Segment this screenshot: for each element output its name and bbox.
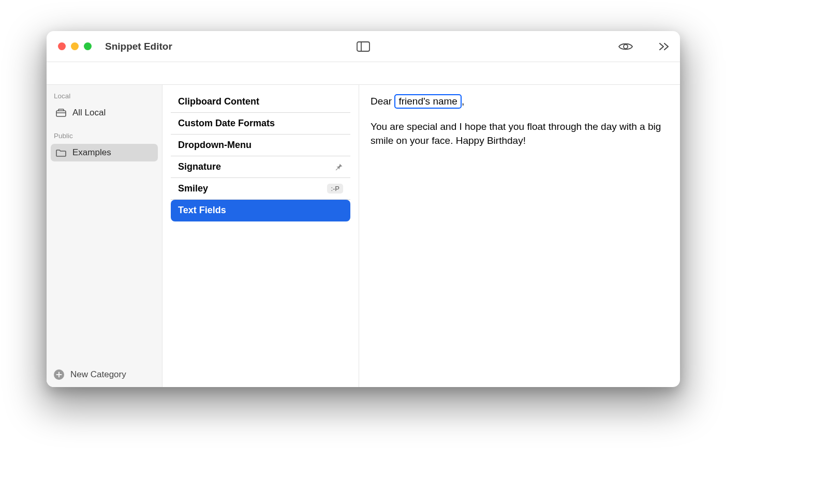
snippet-title: Dropdown-Menu xyxy=(178,140,252,151)
minimize-window-button[interactable] xyxy=(71,42,79,50)
plus-circle-icon xyxy=(54,369,64,380)
sidebar-item-examples[interactable]: Examples xyxy=(51,144,158,161)
snippet-row[interactable]: Custom Date Formats xyxy=(171,113,350,135)
folder-icon xyxy=(56,149,66,157)
zoom-window-button[interactable] xyxy=(84,42,92,50)
sidebar-group-label-local: Local xyxy=(47,90,162,103)
svg-rect-0 xyxy=(357,42,369,51)
content-line-1: Dear friend's name, xyxy=(371,94,669,109)
app-window: Snippet Editor xyxy=(47,31,680,387)
pin-icon xyxy=(335,163,343,171)
snippet-title: Signature xyxy=(178,161,221,172)
close-window-button[interactable] xyxy=(58,42,66,50)
snippet-row[interactable]: Signature xyxy=(171,156,350,178)
overflow-chevrons-icon[interactable] xyxy=(658,42,671,51)
snippet-list: Clipboard Content Custom Date Formats Dr… xyxy=(162,85,359,387)
window-title: Snippet Editor xyxy=(105,41,172,52)
placeholder-token[interactable]: friend's name xyxy=(394,94,461,109)
sidebar-item-label: All Local xyxy=(72,108,106,118)
sidebar-group-label-public: Public xyxy=(47,130,162,143)
new-category-button[interactable]: New Category xyxy=(47,364,162,387)
snippet-title: Smiley xyxy=(178,183,208,194)
svg-rect-3 xyxy=(56,111,66,116)
sidebar-item-all-local[interactable]: All Local xyxy=(51,104,158,122)
traffic-lights xyxy=(58,42,92,50)
new-category-label: New Category xyxy=(70,369,126,380)
snippet-row[interactable]: Text Fields xyxy=(171,200,350,221)
snippet-row[interactable]: Smiley :-P xyxy=(171,178,350,200)
content-paragraph: You are special and I hope that you floa… xyxy=(371,120,669,147)
svg-point-2 xyxy=(624,45,628,49)
snippet-title: Clipboard Content xyxy=(178,96,259,107)
snippet-row[interactable]: Dropdown-Menu xyxy=(171,135,350,156)
content-text: Dear xyxy=(371,96,394,107)
sidebar-item-label: Examples xyxy=(72,147,111,158)
tray-icon xyxy=(56,109,66,117)
content-text: , xyxy=(462,96,464,107)
preview-eye-icon[interactable] xyxy=(618,41,633,52)
titlebar: Snippet Editor xyxy=(47,31,680,62)
snippet-row[interactable]: Clipboard Content xyxy=(171,91,350,113)
sidebar: Local All Local Public E xyxy=(47,85,162,387)
toolbar-secondary xyxy=(47,62,680,85)
snippet-shortcut-badge: :-P xyxy=(327,184,343,194)
snippet-title: Text Fields xyxy=(178,205,226,216)
toggle-sidebar-icon[interactable] xyxy=(357,41,370,52)
snippet-content[interactable]: Dear friend's name, You are special and … xyxy=(359,85,680,387)
snippet-title: Custom Date Formats xyxy=(178,118,275,129)
body: Local All Local Public E xyxy=(47,85,680,387)
